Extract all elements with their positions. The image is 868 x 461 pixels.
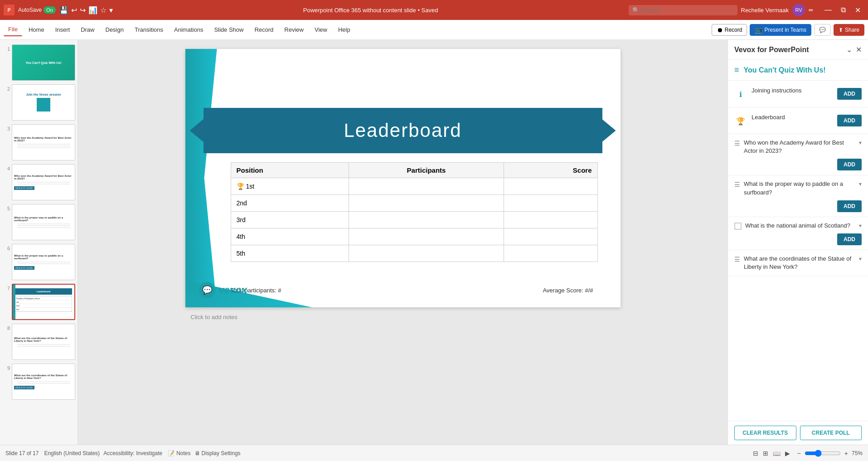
slide-thumb-2[interactable]: Join the Vevox session	[12, 84, 75, 121]
question-text-2: What is the proper way to paddle on a su…	[744, 180, 855, 196]
question-checkbox-icon-3[interactable]	[734, 223, 742, 230]
zoom-in-button[interactable]: +	[843, 449, 850, 458]
slide-thumb-1[interactable]: You Can't Quiz With Us!	[12, 44, 75, 81]
save-icon[interactable]: 💾	[59, 6, 68, 15]
tab-insert[interactable]: Insert	[51, 24, 75, 36]
joining-instructions-add-button[interactable]: ADD	[837, 88, 862, 100]
leaderboard-add-button[interactable]: ADD	[837, 115, 862, 126]
slide-thumb-7[interactable]: Leaderboard Position | Participants | Sc…	[12, 284, 75, 320]
present-icon[interactable]: 📊	[88, 6, 97, 15]
zoom-slider[interactable]	[805, 450, 841, 457]
zoom-out-button[interactable]: −	[795, 449, 803, 458]
question-add-button-3[interactable]: ADD	[837, 233, 862, 245]
record-label: Record	[725, 27, 742, 33]
slide-canvas[interactable]: Leaderboard Position Participants Score …	[185, 49, 621, 307]
average-score: Average Score: #/#	[543, 287, 593, 294]
accessibility-label[interactable]: Accessibility: Investigate	[103, 450, 162, 456]
slideshow-button[interactable]: ▶	[783, 449, 792, 458]
question-chevron-1[interactable]: ▾	[859, 140, 862, 146]
bottom-bar: Slide 17 of 17 English (United States) A…	[0, 445, 868, 461]
window-controls: — ⧉ ✕	[821, 5, 864, 15]
question-chevron-3[interactable]: ▾	[859, 223, 862, 229]
leaderboard-table: Position Participants Score 🏆 1st 2nd	[231, 162, 598, 262]
slide-item-5[interactable]: 5 What is the proper way to paddle on a …	[2, 203, 76, 241]
quiz-title-text: You Can't Quiz With Us!	[744, 66, 826, 74]
slide-item-4[interactable]: 4 Who won the Academy Award for Best Act…	[2, 163, 76, 201]
share-icon: ⬆	[839, 27, 843, 33]
slide-item-3[interactable]: 3 Who won the Academy Award for Best Act…	[2, 123, 76, 161]
search-input[interactable]	[629, 5, 737, 15]
question-add-button-2[interactable]: ADD	[837, 200, 862, 212]
main-area: 1 You Can't Quiz With Us! 2 Join the Vev…	[0, 40, 868, 445]
slide-item-9[interactable]: 9 What are the coordinates of the Statue…	[2, 363, 76, 401]
question-item-2: ☰ What is the proper way to paddle on a …	[728, 175, 868, 217]
close-button[interactable]: ✕	[851, 5, 864, 15]
slide-item-2[interactable]: 2 Join the Vevox session	[2, 83, 76, 121]
hamburger-icon[interactable]: ≡	[734, 65, 739, 75]
pen-icon[interactable]: ✏	[809, 7, 814, 14]
dropdown-icon[interactable]: ▾	[109, 6, 113, 15]
present-teams-button[interactable]: 📺 Present in Teams	[750, 24, 811, 36]
minimize-button[interactable]: —	[821, 5, 835, 15]
comment-button[interactable]: 💬	[814, 24, 831, 36]
tab-home[interactable]: Home	[24, 24, 49, 36]
slide-thumb-6[interactable]: What is the proper way to paddle on a su…	[12, 244, 75, 280]
star-icon[interactable]: ☆	[100, 6, 107, 15]
slide-thumb-4[interactable]: Who won the Academy Award for Best Actor…	[12, 164, 75, 200]
normal-view-button[interactable]: ⊟	[751, 449, 760, 458]
question-item-4: ☰ What are the coordinates of the Statue…	[728, 250, 868, 276]
slide-item-6[interactable]: 6 What is the proper way to paddle on a …	[2, 243, 76, 281]
question-list-icon-1: ☰	[734, 140, 740, 147]
display-settings-area[interactable]: 🖥 Display Settings	[194, 450, 241, 456]
slide-item-7[interactable]: 7 Leaderboard Position | Participants | …	[2, 283, 76, 321]
record-button[interactable]: ⏺ Record	[712, 24, 747, 36]
create-poll-button[interactable]: CREATE POLL	[800, 426, 862, 440]
question-item-3: What is the national animal of Scotland?…	[728, 217, 868, 250]
tab-review[interactable]: Review	[280, 24, 308, 36]
question-chevron-4[interactable]: ▾	[859, 256, 862, 262]
notes-area[interactable]: 📝 Notes	[168, 450, 190, 456]
redo-icon[interactable]: ↪	[80, 6, 86, 15]
tab-draw[interactable]: Draw	[76, 24, 99, 36]
question-text-1: Who won the Academy Award for Best Actor…	[744, 139, 855, 155]
autosave-toggle[interactable]: On	[44, 6, 56, 14]
display-label: Display Settings	[202, 450, 241, 456]
vevox-collapse-button[interactable]: ⌄	[846, 45, 852, 54]
tab-file[interactable]: File	[4, 23, 22, 36]
tab-view[interactable]: View	[310, 24, 332, 36]
tab-slideshow[interactable]: Slide Show	[209, 24, 248, 36]
restore-button[interactable]: ⧉	[837, 5, 849, 15]
table-row: 🏆 1st	[231, 178, 597, 195]
undo-icon[interactable]: ↩	[71, 6, 77, 15]
question-add-button-1[interactable]: ADD	[837, 159, 862, 170]
share-button[interactable]: ⬆ Share	[834, 24, 864, 36]
slide-thumb-3[interactable]: Who won the Academy Award for Best Actor…	[12, 124, 75, 160]
slide-item-1[interactable]: 1 You Can't Quiz With Us!	[2, 44, 76, 82]
vevox-logo-icon: 💬	[199, 282, 215, 298]
slide-sorter-button[interactable]: ⊞	[761, 449, 770, 458]
slide-item-8[interactable]: 8 What are the coordinates of the Statue…	[2, 323, 76, 361]
ribbon: File Home Insert Draw Design Transitions…	[0, 20, 868, 40]
slide-thumb-5[interactable]: What is the proper way to paddle on a su…	[12, 204, 75, 240]
question-chevron-2[interactable]: ▾	[859, 181, 862, 187]
clear-results-button[interactable]: CLEAR RESULTS	[734, 426, 796, 440]
tab-animations[interactable]: Animations	[170, 24, 208, 36]
info-icon: ℹ	[734, 88, 747, 101]
notes-hint[interactable]: Click to add notes	[185, 310, 621, 324]
slide-thumb-8[interactable]: What are the coordinates of the Statue o…	[12, 324, 75, 360]
tab-transitions[interactable]: Transitions	[130, 24, 168, 36]
tab-record[interactable]: Record	[250, 24, 278, 36]
joining-instructions-label: Joining instructions	[752, 87, 833, 94]
tab-help[interactable]: Help	[334, 24, 355, 36]
table-row: 3rd	[231, 212, 597, 228]
slide-info: Slide 17 of 17	[5, 450, 39, 456]
slide-thumb-9[interactable]: What are the coordinates of the Statue o…	[12, 364, 75, 400]
vevox-close-button[interactable]: ✕	[856, 45, 862, 54]
leaderboard-banner: Leaderboard	[204, 108, 602, 153]
pos-1: 🏆 1st	[231, 178, 349, 195]
canvas-area: Leaderboard Position Participants Score …	[78, 40, 727, 445]
present-label: Present in Teams	[764, 27, 806, 33]
reading-view-button[interactable]: 📖	[771, 449, 782, 458]
tab-design[interactable]: Design	[101, 24, 128, 36]
vevox-sidebar: Vevox for PowerPoint ⌄ ✕ ≡ You Can't Qui…	[727, 40, 868, 445]
